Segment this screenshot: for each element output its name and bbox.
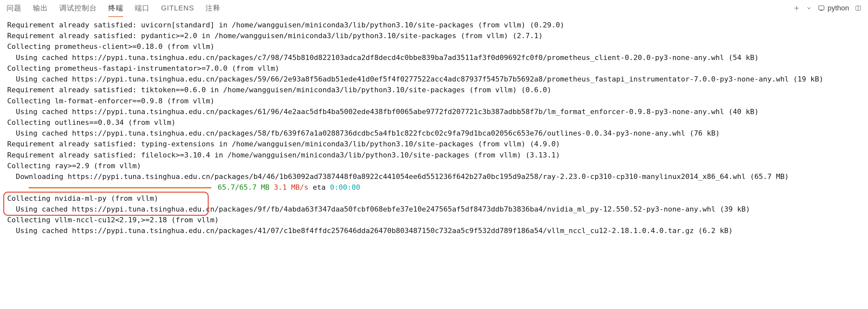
terminal-profile-icon [818,5,825,12]
split-terminal-button[interactable] [855,5,862,11]
panel-tabs: 问题 输出 调试控制台 终端 端口 GITLENS 注释 [6,0,220,16]
progress-speed: 3.1 MB/s [274,183,308,191]
tab-output[interactable]: 输出 [33,0,48,16]
progress-eta: 0:00:00 [330,183,360,191]
panel-right-tools: python [793,4,862,12]
download-progress-bar [29,187,211,188]
progress-eta-label: eta [313,183,326,191]
kernel-name: python [828,4,849,12]
panel-tabbar: 问题 输出 调试控制台 终端 端口 GITLENS 注释 python [0,0,868,16]
annotation-highlight-box [3,192,209,216]
split-icon [855,5,862,11]
tab-gitlens[interactable]: GITLENS [161,1,194,16]
plus-icon [793,5,800,12]
terminal-output[interactable]: Requirement already satisfied: uvicorn[s… [0,16,868,309]
progress-size: 65.7/65.7 MB [217,183,269,191]
terminal-dropdown-button[interactable] [806,5,812,11]
tab-comments[interactable]: 注释 [206,0,220,16]
tab-debug-console[interactable]: 调试控制台 [59,0,97,16]
tab-ports[interactable]: 端口 [135,0,150,16]
tab-problems[interactable]: 问题 [6,0,22,16]
kernel-indicator[interactable]: python [818,4,849,12]
chevron-down-icon [806,5,812,11]
tab-terminal[interactable]: 终端 [108,0,123,16]
svg-rect-2 [819,6,824,10]
new-terminal-button[interactable] [793,5,800,12]
